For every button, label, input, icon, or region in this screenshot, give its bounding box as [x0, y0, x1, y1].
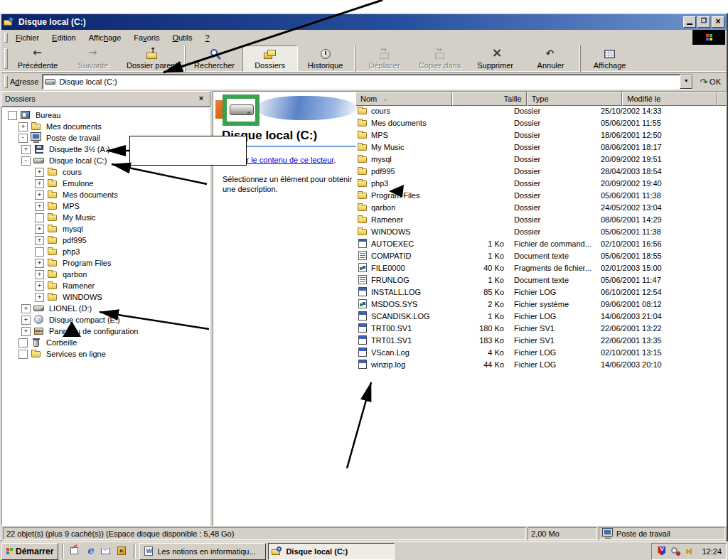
tree-expander[interactable]: + — [35, 225, 44, 234]
task-button[interactable]: Disque local (C:) — [268, 543, 395, 560]
tree-item[interactable]: +LIONEL (D:) — [2, 303, 210, 314]
task-button[interactable]: Les notions en informatiqu... — [139, 543, 266, 560]
folders-pane-close-icon[interactable]: × — [196, 94, 207, 104]
file-row[interactable]: mysqlDossier20/09/2002 19:51 — [355, 153, 727, 165]
go-button[interactable]: ↷ OK — [697, 75, 727, 89]
tree-item[interactable]: +MPS — [2, 200, 210, 212]
toolbar-grip[interactable] — [4, 48, 8, 69]
menu-item[interactable]: Fichier — [10, 31, 45, 44]
file-row[interactable]: TRT00.SV1180 KoFichier SV122/06/2001 13:… — [355, 322, 727, 334]
file-row[interactable]: COMPATID1 KoDocument texte05/06/2001 18:… — [355, 249, 727, 262]
toolbar-button[interactable]: ▼Précédente — [10, 45, 65, 72]
file-row[interactable]: FILE000040 KoFragments de fichier...02/0… — [355, 262, 727, 274]
tree-expander[interactable]: + — [21, 327, 31, 336]
toolbar-button[interactable]: ▼Supprimer — [468, 45, 523, 72]
toolbar-button[interactable]: ▼Dossiers — [242, 45, 298, 72]
tree-expander[interactable]: + — [35, 168, 44, 177]
file-row[interactable]: AUTOEXEC1 KoFichier de command...02/10/2… — [355, 237, 727, 249]
tree-expander[interactable] — [35, 213, 44, 222]
toolbar-button[interactable]: ▼Affichage — [582, 45, 638, 72]
tree-item[interactable]: +Ramener — [2, 280, 210, 291]
file-row[interactable]: Mes documentsDossier05/06/2001 11:55 — [355, 117, 727, 129]
tree-item[interactable]: +Disque compact (E:) — [2, 314, 210, 325]
menu-item[interactable]: Edition — [46, 31, 82, 44]
tree-item[interactable]: Bureau — [2, 109, 210, 121]
tray-icon[interactable] — [670, 546, 682, 557]
toolbar-button[interactable]: ▼Suivante — [65, 45, 121, 72]
tree-item[interactable]: php3 — [2, 246, 210, 257]
tree-expander[interactable]: + — [35, 270, 44, 279]
file-row[interactable]: INSTALL.LOG85 KoFichier LOG06/10/2001 12… — [355, 286, 727, 298]
quick-launch-icon[interactable] — [69, 545, 82, 558]
file-row[interactable]: SCANDISK.LOG1 KoFichier LOG14/06/2003 21… — [355, 310, 727, 322]
file-row[interactable]: TRT01.SV1183 KoFichier SV122/06/2001 13:… — [355, 334, 727, 346]
minimize-button[interactable] — [683, 16, 696, 28]
address-dropdown-button[interactable]: ▼ — [680, 75, 692, 89]
tree-expander[interactable] — [18, 350, 28, 359]
quick-launch-icon[interactable] — [100, 545, 113, 558]
address-grip[interactable] — [4, 75, 8, 88]
file-row[interactable]: My MusicDossier08/06/2001 18:17 — [355, 141, 727, 153]
tree-item[interactable]: Services en ligne — [2, 348, 210, 360]
toolbar-button[interactable]: ▼Déplacer — [357, 45, 412, 72]
menu-item[interactable]: Outils — [166, 31, 198, 44]
column-header-modifie-le[interactable]: Modifié le — [622, 92, 717, 106]
column-header-taille[interactable]: Taille — [452, 92, 527, 106]
tree-expander[interactable]: - — [18, 134, 28, 143]
file-row[interactable]: pdf995Dossier28/04/2003 18:54 — [355, 165, 727, 177]
tree-item[interactable]: +pdf995 — [2, 235, 210, 246]
address-combo[interactable]: Disque local (C:) ▼ — [42, 74, 693, 90]
tree-item[interactable]: Corbeille — [2, 337, 210, 348]
file-row[interactable]: php3Dossier20/09/2002 19:40 — [355, 177, 727, 189]
tree-expander[interactable]: - — [21, 156, 31, 166]
menu-item[interactable]: ? — [200, 31, 215, 44]
tray-icon[interactable] — [685, 546, 696, 557]
start-button[interactable]: Démarrer — [1, 543, 58, 560]
tree-item[interactable]: +Program Files — [2, 257, 210, 269]
tree-expander[interactable]: + — [21, 145, 31, 154]
column-header-nom[interactable]: Nom — [355, 92, 452, 106]
tree-expander[interactable]: + — [21, 304, 31, 313]
tree-expander[interactable]: + — [35, 259, 44, 268]
file-row[interactable]: MSDOS.SYS2 KoFichier système09/06/2001 0… — [355, 298, 727, 310]
column-header-type[interactable]: Type — [527, 92, 623, 106]
tree-expander[interactable] — [35, 247, 44, 257]
menu-item[interactable]: Affichage — [83, 31, 127, 44]
menu-item[interactable]: Favoris — [128, 31, 165, 44]
file-row[interactable]: qarbonDossier24/05/2002 13:04 — [355, 201, 727, 213]
file-row[interactable]: WINDOWSDossier05/06/2001 11:38 — [355, 225, 727, 237]
toolbar-button[interactable]: ▼Rechercher — [187, 45, 242, 72]
tree-expander[interactable]: + — [35, 236, 44, 245]
file-row[interactable]: Program FilesDossier05/06/2001 11:38 — [355, 189, 727, 201]
tree-expander[interactable] — [8, 111, 17, 120]
restore-button[interactable] — [697, 16, 710, 28]
file-row[interactable]: VScan.Log4 KoFichier LOG02/10/2001 13:15 — [355, 346, 727, 358]
toolbar-button[interactable]: ▼Annuler — [523, 45, 579, 72]
tray-icon[interactable] — [656, 546, 668, 557]
tree-expander[interactable]: + — [35, 179, 44, 188]
tree-item[interactable]: +Mes documents — [2, 189, 210, 200]
menu-grip[interactable] — [4, 33, 8, 43]
close-button[interactable] — [712, 16, 724, 28]
tree-item[interactable]: +Emulone — [2, 178, 210, 189]
file-row[interactable]: winzip.log44 KoFichier LOG14/06/2003 20:… — [355, 358, 727, 370]
file-row[interactable]: MPSDossier18/06/2001 12:50 — [355, 129, 727, 141]
quick-launch-icon[interactable] — [116, 545, 129, 558]
tree-item[interactable]: +Mes documents — [2, 121, 210, 132]
file-row[interactable]: RamenerDossier08/06/2001 14:29 — [355, 213, 727, 225]
tree-expander[interactable]: + — [35, 190, 44, 200]
tree-expander[interactable]: + — [21, 316, 31, 325]
tree-expander[interactable]: + — [35, 293, 44, 302]
file-row[interactable]: FRUNLOG1 KoDocument texte05/06/2001 11:4… — [355, 274, 727, 286]
tree-item[interactable]: +mysql — [2, 223, 210, 235]
tree-expander[interactable] — [18, 338, 28, 348]
tree-item[interactable]: +cours — [2, 166, 210, 178]
tree-expander[interactable]: + — [18, 122, 28, 131]
tree-item[interactable]: +qarbon — [2, 269, 210, 280]
tree-item[interactable]: +WINDOWS — [2, 291, 210, 303]
toolbar-button[interactable]: ▼Copier dans — [412, 45, 468, 72]
file-row[interactable]: coursDossier25/10/2002 14:33 — [355, 104, 727, 117]
toolbar-button[interactable]: ▼Historique — [298, 45, 353, 72]
tree-item[interactable]: +Panneau de configuration — [2, 325, 210, 337]
tree-expander[interactable]: + — [35, 281, 44, 291]
